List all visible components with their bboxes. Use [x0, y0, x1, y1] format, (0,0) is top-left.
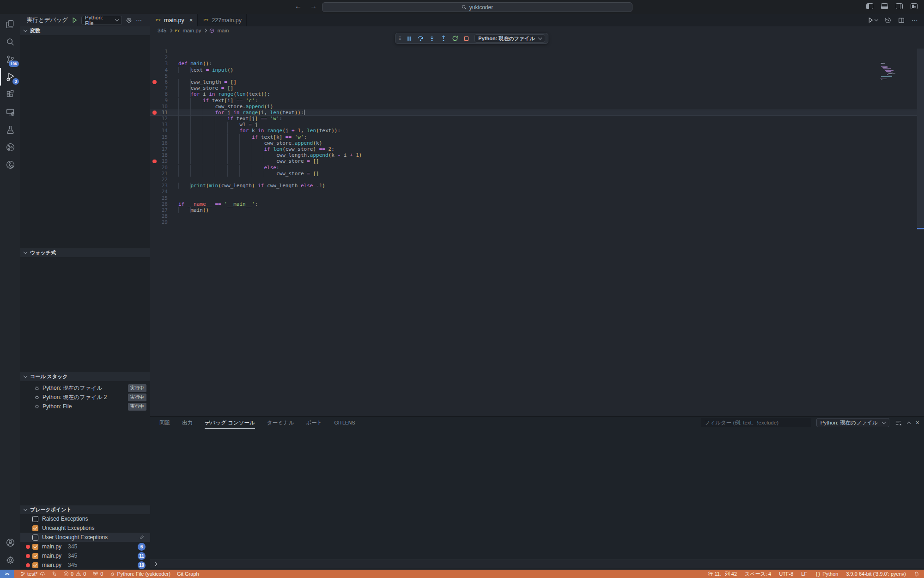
sidebar-item-run-and-debug[interactable]: 3 [0, 68, 20, 86]
maximize-panel-icon[interactable] [907, 421, 911, 425]
breakpoint-row[interactable]: main.py 345 19 [20, 560, 150, 570]
breakpoint-gutter[interactable] [150, 85, 158, 91]
code-line[interactable]: 10 cww_store.append(i) [150, 104, 924, 110]
checkbox[interactable] [32, 562, 38, 568]
code-line[interactable]: 12 if text[j] == 'w': [150, 116, 924, 122]
toggle-panel-icon[interactable] [881, 3, 888, 9]
breakpoint-gutter[interactable] [150, 55, 158, 61]
breakpoint-row[interactable]: main.py 345 11 [20, 551, 150, 560]
breadcrumb-file[interactable]: main.py [182, 28, 201, 33]
code-line[interactable]: 2 [150, 55, 924, 61]
code-line[interactable]: 1 [150, 49, 924, 55]
sidebar-item-remote-explorer[interactable] [0, 103, 20, 121]
call-stack-session[interactable]: Python: 現在のファイル 2 実行中 [20, 393, 150, 402]
code-line[interactable]: 22 [150, 177, 924, 183]
breakpoint-gutter[interactable] [150, 183, 158, 189]
exception-breakpoint-row[interactable]: Uncaught Exceptions [20, 523, 150, 533]
debug-console-input[interactable] [150, 560, 924, 568]
tab-main-py[interactable]: PY main.py × [150, 14, 198, 26]
code-line[interactable]: 5 [150, 73, 924, 79]
checkbox[interactable] [32, 516, 38, 522]
breakpoint-gutter[interactable] [150, 146, 158, 152]
checkbox[interactable] [32, 535, 38, 541]
clear-console-icon[interactable] [895, 419, 902, 426]
tab-debug-console[interactable]: デバッグ コンソール [205, 417, 255, 429]
code-editor[interactable]: 123def main():4 text = input()56 cww_len… [150, 35, 924, 416]
code-line[interactable]: 19 cww_store = [] [150, 158, 924, 164]
toggle-primary-sidebar-icon[interactable] [866, 3, 873, 9]
stop-button[interactable] [463, 36, 469, 42]
exception-breakpoint-row[interactable]: Raised Exceptions [20, 514, 150, 523]
code-line[interactable]: 26if __name__ == '__main__': [150, 201, 924, 207]
nav-back-icon[interactable]: ← [295, 2, 302, 10]
code-line[interactable]: 11 for j in range(i, len(text)): [150, 110, 924, 116]
problems-status-item[interactable]: 0 0 [63, 571, 86, 577]
breakpoint-gutter[interactable] [150, 49, 158, 55]
eol-item[interactable]: LF [801, 571, 807, 577]
close-panel-icon[interactable]: × [916, 419, 919, 426]
sidebar-item-explorer[interactable] [0, 15, 20, 33]
close-icon[interactable]: × [189, 17, 193, 24]
code-line[interactable]: 24 [150, 189, 924, 195]
breakpoint-gutter[interactable] [150, 91, 158, 97]
start-debugging-icon[interactable] [72, 17, 78, 23]
breakpoint-gutter[interactable] [150, 104, 158, 110]
drag-handle-icon[interactable]: ⠿ [398, 36, 401, 41]
step-into-button[interactable] [429, 35, 435, 42]
variables-body[interactable] [20, 35, 150, 248]
code-line[interactable]: 4 text = input() [150, 67, 924, 73]
code-line[interactable]: 28 [150, 213, 924, 219]
section-header-breakpoints[interactable]: ブレークポイント [20, 505, 150, 514]
breakpoint-dot[interactable] [150, 79, 158, 85]
code-line[interactable]: 25 [150, 195, 924, 201]
breakpoint-gutter[interactable] [150, 122, 158, 128]
pause-button[interactable] [406, 36, 412, 42]
tab-ports[interactable]: ポート [306, 417, 322, 429]
breadcrumb-symbol[interactable]: main [217, 28, 229, 33]
step-out-button[interactable] [440, 35, 447, 42]
tab-gitlens[interactable]: GITLENS [334, 417, 355, 429]
breakpoint-gutter[interactable] [150, 195, 158, 201]
debug-console-filter-input[interactable] [701, 418, 811, 427]
code-line[interactable]: 23 print(min(cww_length) if cww_length e… [150, 183, 924, 189]
encoding-item[interactable]: UTF-8 [779, 571, 793, 577]
sidebar-item-git-graph[interactable] [0, 138, 20, 156]
ports-status-item[interactable]: 0 [92, 571, 103, 577]
tab-problems[interactable]: 問題 [159, 417, 170, 429]
minimap[interactable] [880, 61, 902, 81]
breakpoint-gutter[interactable] [150, 98, 158, 104]
toggle-secondary-sidebar-icon[interactable] [896, 3, 903, 9]
code-line[interactable]: 21 cww_store = [] [150, 171, 924, 177]
breakpoint-dot[interactable] [150, 110, 158, 116]
command-center-search[interactable]: yukicoder [322, 2, 632, 12]
breakpoint-gutter[interactable] [150, 213, 158, 219]
sidebar-item-extensions[interactable] [0, 86, 20, 103]
breakpoint-gutter[interactable] [150, 189, 158, 195]
remote-indicator[interactable]: >< [0, 570, 14, 578]
breakpoint-gutter[interactable] [150, 207, 158, 213]
code-line[interactable]: 14 for k in range(j + 1, len(text)): [150, 128, 924, 134]
breakpoint-gutter[interactable] [150, 116, 158, 122]
run-python-file-button[interactable] [868, 17, 878, 23]
code-line[interactable]: 3def main(): [150, 61, 924, 67]
git-graph-status-item[interactable]: Git Graph [177, 571, 199, 577]
restart-button[interactable] [452, 35, 458, 42]
breakpoint-gutter[interactable] [150, 201, 158, 207]
checkbox[interactable] [32, 553, 38, 559]
split-editor-icon[interactable] [898, 17, 905, 24]
code-line[interactable]: 20 else: [150, 165, 924, 171]
settings-button[interactable] [0, 551, 20, 569]
breakpoint-row[interactable]: main.py 345 6 [20, 542, 150, 551]
breakpoint-gutter[interactable] [150, 140, 158, 146]
breakpoint-dot[interactable] [150, 158, 158, 164]
code-line[interactable]: 17 if len(cww_store) == 2: [150, 146, 924, 152]
code-line[interactable]: 7 cww_store = [] [150, 85, 924, 91]
more-actions-icon[interactable]: ⋯ [136, 17, 142, 24]
breadcrumb-folder[interactable]: 345 [158, 28, 166, 33]
checkbox[interactable] [32, 544, 38, 550]
breakpoint-gutter[interactable] [150, 171, 158, 177]
tab-227main-py[interactable]: PY 227main.py [198, 14, 247, 26]
tab-output[interactable]: 出力 [182, 417, 193, 429]
breakpoint-gutter[interactable] [150, 128, 158, 134]
breakpoint-gutter[interactable] [150, 61, 158, 67]
